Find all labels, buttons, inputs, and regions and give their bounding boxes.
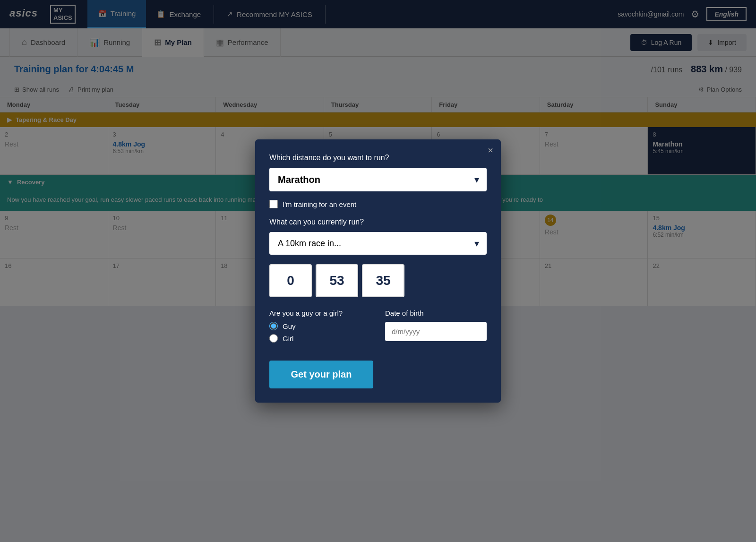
current-run-label: What can you currently run? (269, 218, 487, 226)
time-inputs: 0 53 35 (269, 264, 487, 297)
distance-select[interactable]: Marathon Half Marathon 10km 5km (269, 168, 487, 191)
event-checkbox[interactable] (269, 200, 278, 208)
gender-section: Are you a guy or a girl? Guy Girl (269, 309, 371, 346)
modal-close-button[interactable]: × (488, 145, 493, 156)
event-checkbox-row: I'm training for an event (269, 200, 487, 208)
dob-input[interactable] (385, 322, 487, 341)
girl-radio[interactable] (269, 334, 278, 343)
plan-modal: × Which distance do you want to run? Mar… (255, 139, 501, 403)
get-plan-button[interactable]: Get your plan (269, 361, 373, 388)
distance-label: Which distance do you want to run? (269, 154, 487, 162)
guy-radio-row: Guy (269, 322, 371, 330)
guy-label: Guy (283, 322, 296, 330)
girl-label: Girl (283, 335, 293, 343)
gender-label: Are you a guy or a girl? (269, 309, 371, 317)
time-seconds[interactable]: 35 (362, 264, 404, 297)
distance-select-wrapper: Marathon Half Marathon 10km 5km ▾ (269, 168, 487, 191)
dob-label: Date of birth (385, 309, 487, 317)
time-minutes[interactable]: 53 (316, 264, 358, 297)
current-run-select[interactable]: A 10km race in... A 5km race in... A Hal… (269, 232, 487, 255)
current-run-select-wrapper: A 10km race in... A 5km race in... A Hal… (269, 232, 487, 255)
time-hours[interactable]: 0 (269, 264, 312, 297)
gender-dob-row: Are you a guy or a girl? Guy Girl Date o… (269, 309, 487, 346)
guy-radio[interactable] (269, 322, 278, 330)
event-checkbox-label: I'm training for an event (283, 200, 356, 208)
modal-overlay: × Which distance do you want to run? Mar… (0, 0, 756, 542)
girl-radio-row: Girl (269, 334, 371, 343)
dob-section: Date of birth (385, 309, 487, 346)
